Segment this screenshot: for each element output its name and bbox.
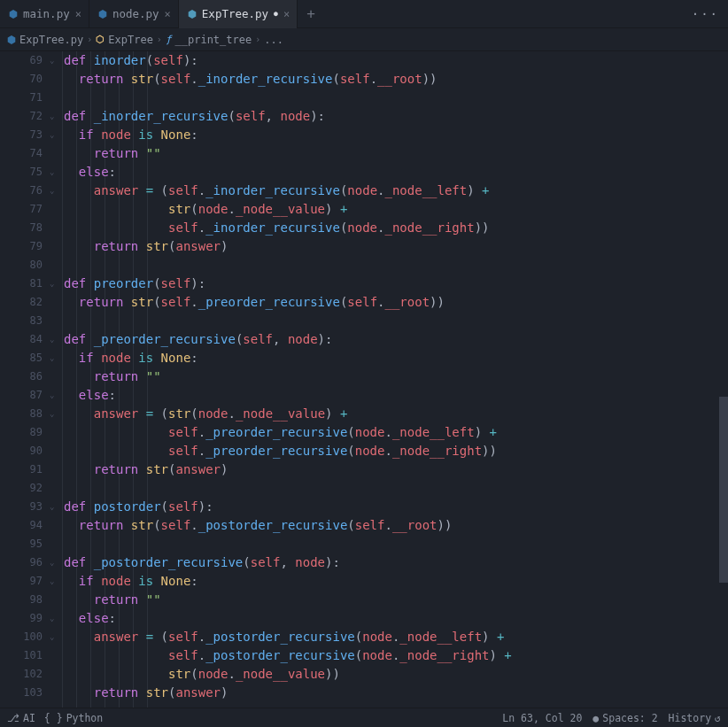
fold-indicator-icon[interactable]: ⌄: [50, 126, 62, 144]
fold-indicator-icon[interactable]: [50, 219, 62, 237]
fold-indicator-icon[interactable]: [50, 200, 62, 219]
fold-indicator-icon[interactable]: [50, 665, 62, 684]
code-line[interactable]: if node is None:: [62, 349, 728, 367]
breadcrumb-more[interactable]: ...: [264, 34, 283, 46]
code-line[interactable]: str(node._node__value)): [62, 665, 728, 684]
fold-indicator-icon[interactable]: ⌄: [50, 572, 62, 591]
fold-indicator-icon[interactable]: [50, 89, 62, 107]
fold-indicator-icon[interactable]: ⌄: [50, 405, 62, 423]
new-tab-button[interactable]: +: [298, 5, 324, 22]
code-line[interactable]: def _preorder_recursive(self, node):: [62, 330, 728, 349]
status-cursor-position[interactable]: Ln 63, Col 20: [502, 712, 582, 724]
svg-marker-1: [99, 10, 107, 19]
fold-indicator-icon[interactable]: [50, 442, 62, 460]
code-line[interactable]: if node is None:: [62, 572, 728, 591]
breadcrumb-class[interactable]: ExpTree: [108, 34, 153, 46]
line-number: 99: [0, 609, 43, 628]
code-line[interactable]: return str(self._postorder_recursive(sel…: [62, 516, 728, 535]
code-line[interactable]: def _postorder_recursive(self, node):: [62, 553, 728, 572]
fold-gutter: ⌄⌄⌄⌄⌄⌄⌄⌄⌄⌄⌄⌄⌄⌄⌄: [50, 51, 62, 708]
fold-indicator-icon[interactable]: ⌄: [50, 182, 62, 200]
status-language[interactable]: { } Python: [44, 712, 103, 724]
code-line[interactable]: self._preorder_recursive(node._node__lef…: [62, 423, 728, 442]
fold-indicator-icon[interactable]: [50, 646, 62, 665]
fold-indicator-icon[interactable]: ⌄: [50, 51, 62, 70]
code-line[interactable]: def _inorder_recursive(self, node):: [62, 107, 728, 126]
code-line[interactable]: else:: [62, 386, 728, 405]
status-history[interactable]: History ↺: [669, 712, 721, 724]
code-line[interactable]: [62, 479, 728, 498]
close-icon[interactable]: ×: [283, 8, 290, 20]
code-line[interactable]: [62, 256, 728, 275]
fold-indicator-icon[interactable]: [50, 256, 62, 275]
fold-indicator-icon[interactable]: ⌄: [50, 330, 62, 349]
fold-indicator-icon[interactable]: [50, 460, 62, 479]
code-line[interactable]: return str(self._inorder_recursive(self.…: [62, 70, 728, 89]
fold-indicator-icon[interactable]: [50, 293, 62, 312]
code-line[interactable]: [62, 89, 728, 107]
code-line[interactable]: else:: [62, 609, 728, 628]
chevron-right-icon: ›: [87, 35, 92, 44]
code-line[interactable]: def inorder(self):: [62, 51, 728, 70]
fold-indicator-icon[interactable]: [50, 516, 62, 535]
fold-indicator-icon[interactable]: ⌄: [50, 498, 62, 516]
code-line[interactable]: return "": [62, 144, 728, 163]
code-line[interactable]: return str(self._preorder_recursive(self…: [62, 293, 728, 312]
editor[interactable]: 6970717273747576777879808182838485868788…: [0, 51, 728, 708]
status-ai[interactable]: ⎇ AI: [7, 712, 35, 724]
code-line[interactable]: return str(answer): [62, 684, 728, 702]
fold-indicator-icon[interactable]: [50, 237, 62, 256]
line-number: 97: [0, 572, 43, 591]
tab-overflow-icon[interactable]: ···: [683, 7, 728, 21]
line-number: 81: [0, 275, 43, 293]
code-line[interactable]: answer = (str(node._node__value) +: [62, 405, 728, 423]
code-line[interactable]: str(node._node__value) +: [62, 200, 728, 219]
fold-indicator-icon[interactable]: ⌄: [50, 163, 62, 182]
fold-indicator-icon[interactable]: ⌄: [50, 628, 62, 646]
code-line[interactable]: return str(answer): [62, 460, 728, 479]
fold-indicator-icon[interactable]: [50, 312, 62, 330]
code-area[interactable]: def inorder(self): return str(self._inor…: [62, 51, 728, 708]
fold-indicator-icon[interactable]: [50, 144, 62, 163]
code-line[interactable]: answer = (self._postorder_recursive(node…: [62, 628, 728, 646]
fold-indicator-icon[interactable]: [50, 591, 62, 609]
tab-exptree-py[interactable]: ExpTree.py ● ×: [179, 0, 298, 28]
fold-indicator-icon[interactable]: ⌄: [50, 553, 62, 572]
fold-indicator-icon[interactable]: ⌄: [50, 275, 62, 293]
fold-indicator-icon[interactable]: [50, 479, 62, 498]
fold-indicator-icon[interactable]: [50, 367, 62, 386]
close-icon[interactable]: ×: [75, 8, 81, 20]
tab-node-py[interactable]: node.py ×: [89, 0, 179, 28]
fold-indicator-icon[interactable]: [50, 535, 62, 553]
tab-main-py[interactable]: main.py ×: [0, 0, 89, 28]
fold-indicator-icon[interactable]: [50, 70, 62, 89]
code-line[interactable]: else:: [62, 163, 728, 182]
fold-indicator-icon[interactable]: ⌄: [50, 386, 62, 405]
breadcrumb-func[interactable]: __print_tree: [175, 34, 252, 46]
code-line[interactable]: def postorder(self):: [62, 498, 728, 516]
close-icon[interactable]: ×: [165, 8, 171, 20]
fold-indicator-icon[interactable]: ⌄: [50, 107, 62, 126]
code-line[interactable]: self._inorder_recursive(node._node__righ…: [62, 219, 728, 237]
fold-indicator-icon[interactable]: [50, 684, 62, 702]
code-line[interactable]: if node is None:: [62, 126, 728, 144]
code-line[interactable]: def preorder(self):: [62, 275, 728, 293]
code-line[interactable]: self._postorder_recursive(node._node__ri…: [62, 646, 728, 665]
status-indent[interactable]: ● Spaces: 2: [592, 712, 657, 724]
scrollbar-thumb[interactable]: [719, 397, 728, 583]
code-line[interactable]: return "": [62, 367, 728, 386]
line-number: 90: [0, 442, 43, 460]
code-line[interactable]: return "": [62, 591, 728, 609]
fold-indicator-icon[interactable]: ⌄: [50, 609, 62, 628]
breadcrumb-file[interactable]: ExpTree.py: [19, 34, 83, 46]
line-number: 94: [0, 516, 43, 535]
code-line[interactable]: self._preorder_recursive(node._node__rig…: [62, 442, 728, 460]
code-line[interactable]: [62, 535, 728, 553]
fold-indicator-icon[interactable]: [50, 423, 62, 442]
function-icon: ƒ: [166, 34, 172, 45]
code-line[interactable]: return str(answer): [62, 237, 728, 256]
code-line[interactable]: [62, 312, 728, 330]
code-line[interactable]: answer = (self._inorder_recursive(node._…: [62, 182, 728, 200]
line-number: 71: [0, 89, 43, 107]
fold-indicator-icon[interactable]: ⌄: [50, 349, 62, 367]
